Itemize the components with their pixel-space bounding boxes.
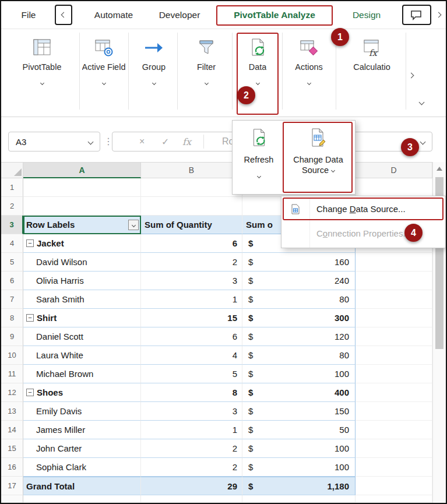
cell-B12[interactable]: 8 xyxy=(141,383,242,402)
menu-item-refresh[interactable]: Refresh xyxy=(235,123,283,193)
tab-design[interactable]: Design xyxy=(347,1,386,29)
cell-D9[interactable] xyxy=(356,327,432,346)
cell-C13[interactable]: $150 xyxy=(242,402,356,421)
row-header-17[interactable]: 17 xyxy=(1,477,23,495)
row-header-4[interactable]: 4 xyxy=(1,234,23,253)
cell-C-partial[interactable] xyxy=(242,495,356,503)
cell-B13[interactable]: 3 xyxy=(141,402,242,421)
cell-B17[interactable]: 29 xyxy=(141,477,242,495)
cell-A-partial[interactable] xyxy=(23,495,141,503)
ribbon-button-actions[interactable]: Actions xyxy=(284,31,333,114)
row-header-8[interactable]: 8 xyxy=(1,309,23,327)
chevron-right-icon[interactable] xyxy=(436,12,442,18)
ribbon-button-pivottable[interactable]: PivotTable xyxy=(10,31,74,114)
cell-C7[interactable]: $80 xyxy=(242,290,356,309)
row-header-6[interactable]: 6 xyxy=(1,272,23,290)
cell-A3[interactable]: Row Labels xyxy=(23,216,141,234)
cell-A14[interactable]: James Miller xyxy=(23,421,141,439)
cell-B4[interactable]: 6 xyxy=(141,234,242,253)
cell-B15[interactable]: 2 xyxy=(141,439,242,458)
cell-C12[interactable]: $400 xyxy=(242,383,356,402)
cell-D16[interactable] xyxy=(356,458,432,477)
cell-A9[interactable]: Daniel Scott xyxy=(23,327,141,346)
row-header-5[interactable]: 5 xyxy=(1,253,23,272)
row-header-12[interactable]: 12 xyxy=(1,383,23,402)
collapse-group-button[interactable]: − xyxy=(26,314,34,322)
cell-C16[interactable]: $100 xyxy=(242,458,356,477)
cell-B7[interactable]: 1 xyxy=(141,290,242,309)
cell-C15[interactable]: $100 xyxy=(242,439,356,458)
cell-D1[interactable] xyxy=(356,178,432,197)
row-header-14[interactable]: 14 xyxy=(1,421,23,439)
cell-D17[interactable] xyxy=(356,477,432,495)
cell-D-partial[interactable] xyxy=(356,495,432,503)
cell-A5[interactable]: David Wilson xyxy=(23,253,141,272)
back-button[interactable] xyxy=(55,5,72,25)
ribbon-button-calculations[interactable]: fx Calculatio xyxy=(338,31,406,114)
row-header-partial[interactable] xyxy=(1,495,23,503)
row-header-1[interactable]: 1 xyxy=(1,178,23,197)
cell-D15[interactable] xyxy=(356,439,432,458)
cell-D13[interactable] xyxy=(356,402,432,421)
ribbon-button-filter[interactable]: Filter xyxy=(183,31,230,114)
row-header-16[interactable]: 16 xyxy=(1,458,23,477)
cell-B3[interactable]: Sum of Quantity xyxy=(141,216,242,234)
cell-D8[interactable] xyxy=(356,309,432,327)
cell-C14[interactable]: $50 xyxy=(242,421,356,439)
row-header-3[interactable]: 3 xyxy=(1,216,23,234)
cell-A17[interactable]: Grand Total xyxy=(23,477,141,495)
expand-formula-bar-icon[interactable] xyxy=(421,132,425,151)
cell-C5[interactable]: $160 xyxy=(242,253,356,272)
cell-A12[interactable]: −Shoes xyxy=(23,383,141,402)
cell-D6[interactable] xyxy=(356,272,432,290)
collapse-group-button[interactable]: − xyxy=(26,239,34,247)
tab-pivottable-analyze[interactable]: PivotTable Analyze xyxy=(216,1,333,29)
cell-D5[interactable] xyxy=(356,253,432,272)
insert-function-icon[interactable]: fx xyxy=(182,132,191,151)
row-header-9[interactable]: 9 xyxy=(1,327,23,346)
collapse-group-button[interactable]: − xyxy=(26,389,34,396)
cell-A13[interactable]: Emily Davis xyxy=(23,402,141,421)
cell-D10[interactable] xyxy=(356,346,432,365)
cell-C6[interactable]: $240 xyxy=(242,272,356,290)
cell-A2[interactable] xyxy=(23,197,141,216)
menu-item-change-data-source[interactable]: Change Data Source xyxy=(284,123,353,193)
cell-B2[interactable] xyxy=(141,197,242,216)
cell-D12[interactable] xyxy=(356,383,432,402)
cell-A8[interactable]: −Shirt xyxy=(23,309,141,327)
column-header-D[interactable]: D xyxy=(356,162,432,178)
column-header-A[interactable]: A xyxy=(23,162,141,178)
scroll-up-button[interactable] xyxy=(433,162,446,175)
cell-A1[interactable] xyxy=(23,178,141,197)
cell-A16[interactable]: Sophia Clark xyxy=(23,458,141,477)
ribbon-button-active-field[interactable]: Active Field xyxy=(80,31,127,114)
cell-B8[interactable]: 15 xyxy=(141,309,242,327)
enter-icon[interactable]: ✓ xyxy=(161,132,169,151)
cell-B10[interactable]: 4 xyxy=(141,346,242,365)
cell-B14[interactable]: 1 xyxy=(141,421,242,439)
ribbon-button-group[interactable]: Group xyxy=(131,31,177,114)
cell-C10[interactable]: $80 xyxy=(242,346,356,365)
cell-A15[interactable]: John Carter xyxy=(23,439,141,458)
row-header-15[interactable]: 15 xyxy=(1,439,23,458)
submenu-item-change-data-source[interactable]: Change Data Source... xyxy=(284,199,442,219)
cell-B-partial[interactable] xyxy=(141,495,242,503)
cell-C11[interactable]: $100 xyxy=(242,365,356,383)
cell-A4[interactable]: −Jacket xyxy=(23,234,141,253)
column-header-B[interactable]: B xyxy=(141,162,242,178)
row-header-11[interactable]: 11 xyxy=(1,365,23,383)
expand-group-icon[interactable] xyxy=(409,73,414,79)
cell-D11[interactable] xyxy=(356,365,432,383)
cell-B5[interactable]: 2 xyxy=(141,253,242,272)
row-header-13[interactable]: 13 xyxy=(1,402,23,421)
tab-file[interactable]: File xyxy=(15,1,42,29)
cell-D7[interactable] xyxy=(356,290,432,309)
cell-A10[interactable]: Laura White xyxy=(23,346,141,365)
cell-C9[interactable]: $120 xyxy=(242,327,356,346)
cell-C8[interactable]: $300 xyxy=(242,309,356,327)
cell-B11[interactable]: 5 xyxy=(141,365,242,383)
collapse-ribbon-icon[interactable] xyxy=(419,100,425,105)
cell-A7[interactable]: Sarah Smith xyxy=(23,290,141,309)
row-labels-filter-button[interactable] xyxy=(128,220,139,230)
cancel-icon[interactable]: × xyxy=(139,132,145,151)
